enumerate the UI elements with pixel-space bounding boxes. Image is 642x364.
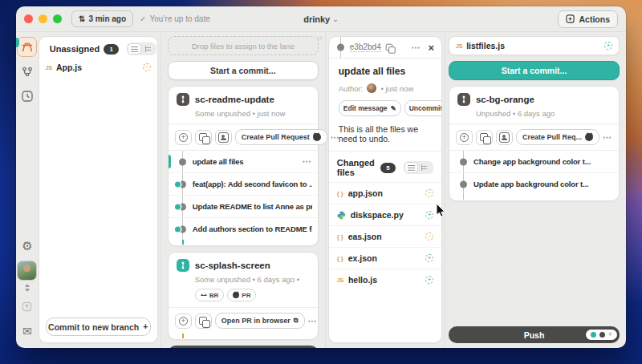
file-row[interactable]: diskspace.py + (329, 204, 441, 225)
js-file-icon: JS (337, 277, 343, 283)
tree-icon (421, 164, 429, 171)
close-icon[interactable]: × (428, 42, 434, 54)
lane-pagination[interactable]: + (586, 330, 617, 340)
branch-meta: Unpushed • 6 days ago (476, 109, 611, 118)
project-name: drinky (303, 14, 330, 24)
file-row[interactable]: { } eas.json ~ (329, 225, 441, 247)
mail-button[interactable]: ✉ (18, 322, 36, 340)
create-pr-button[interactable]: Create Pull Request (235, 129, 327, 145)
add-lane-icon[interactable]: + (608, 332, 612, 338)
branch-menu-button[interactable]: ⋯ (603, 132, 612, 143)
file-row[interactable]: { } app.json ~ (329, 182, 441, 204)
lane-dot[interactable] (599, 332, 605, 338)
edit-message-button[interactable]: Edit message ✎ (339, 100, 401, 116)
sync-button[interactable]: ⇅ 3 min ago (71, 10, 133, 27)
share-icon (22, 301, 32, 312)
copy-icon (199, 317, 207, 325)
commit-message: update all files (193, 157, 299, 166)
copy-icon (199, 133, 207, 141)
unassigned-title: Unassigned (50, 44, 100, 54)
branch-menu-button[interactable]: ⋯ (331, 132, 340, 143)
branch-icon (177, 93, 189, 106)
uncommit-button[interactable]: Uncommit ↶ (404, 100, 442, 116)
workbench-icon (22, 42, 33, 52)
commit-row[interactable]: Add authors section to README file (169, 217, 318, 240)
list-view-button[interactable] (404, 162, 418, 173)
python-file-icon (337, 211, 346, 220)
lane-dropzone[interactable]: Drop files to assign to the lane (168, 36, 319, 55)
add-commit-button[interactable] (175, 313, 192, 329)
commit-row[interactable]: Change app background color t... (449, 151, 619, 172)
tree-view-button[interactable] (419, 162, 433, 173)
file-row[interactable]: { } ex.json + (329, 247, 441, 269)
pull-request-badge[interactable]: PR (227, 289, 256, 301)
commit-author-row: Author: • just now (339, 83, 432, 93)
file-name: diskspace.py (351, 210, 421, 220)
branch-header[interactable]: sc-splash-screen Some unpushed • 6 days … (169, 253, 318, 307)
copy-branch-button[interactable] (476, 130, 493, 145)
assigned-file-row[interactable]: JS listfiles.js + (449, 36, 620, 55)
zoom-window-button[interactable] (53, 14, 62, 23)
profile-switcher[interactable] (25, 284, 30, 292)
commit-detail-panel: e3b2bd4 ⋯ × update all files Author: • j… (328, 36, 442, 343)
minimize-window-button[interactable] (39, 14, 47, 23)
copy-sha-button[interactable] (385, 44, 392, 51)
tree-view-button[interactable] (142, 43, 156, 55)
chevron-up-icon (25, 284, 30, 287)
start-commit-button[interactable]: Start a commit... (449, 61, 620, 80)
commit-menu-button[interactable]: ⋯ (411, 42, 421, 53)
uncommit-label: Uncommit (409, 104, 442, 112)
share-feedback-button[interactable] (18, 297, 36, 316)
file-name: ex.json (348, 253, 421, 263)
clock-icon (22, 91, 33, 102)
commit-menu-button[interactable]: ⋯ (303, 156, 312, 167)
commit-row[interactable]: Update app background color t... (449, 172, 619, 195)
branch-header[interactable]: sc-readme-update Some unpushed • just no… (169, 87, 318, 123)
lane-drag-handle[interactable] (317, 36, 323, 40)
project-switcher[interactable]: drinky ⌄ (303, 6, 339, 31)
force-push-button[interactable]: Force push (168, 346, 319, 348)
github-icon (585, 133, 593, 141)
branch-review-badge[interactable]: BR (195, 289, 225, 301)
graph-tail (169, 334, 318, 339)
branch-header[interactable]: sc-bg-orange Unpushed • 6 days ago (449, 87, 619, 123)
list-view-button[interactable] (128, 43, 141, 55)
settings-button[interactable]: ⚙ (18, 237, 36, 255)
create-pr-button[interactable]: Create Pull Req... (516, 129, 599, 145)
open-pr-button[interactable]: Open PR in browser ⧉ (215, 313, 305, 329)
close-window-button[interactable] (24, 14, 33, 23)
add-commit-button[interactable] (456, 130, 473, 145)
add-commit-button[interactable] (175, 130, 192, 145)
commit-message: feat(app): Add second favicon to ... (193, 180, 312, 188)
branches-tab[interactable] (18, 63, 36, 81)
file-row[interactable]: JS hello.js + (329, 269, 441, 290)
commit-row[interactable]: feat(app): Add second favicon to ... (169, 172, 318, 195)
commit-dot (460, 158, 467, 165)
modified-status-icon: ~ (425, 189, 433, 197)
added-status-icon: + (425, 276, 433, 284)
copy-branch-button[interactable] (195, 313, 212, 329)
start-commit-button[interactable]: Start a commit... (168, 61, 319, 80)
lane-dot-active[interactable] (591, 332, 596, 338)
json-file-icon: { } (337, 233, 343, 241)
github-icon (233, 292, 239, 298)
branch-menu-button[interactable]: ⋯ (308, 316, 318, 326)
butler-review-icon (201, 293, 207, 298)
commit-row[interactable]: update all files ⋯ (169, 151, 318, 172)
copy-branch-button[interactable] (195, 130, 212, 145)
commit-sha-link[interactable]: e3b2bd4 (350, 42, 381, 52)
commit-to-new-branch-button[interactable]: Commit to new branch + (46, 317, 151, 336)
branch-card-sc-splash-screen: sc-splash-screen Some unpushed • 6 days … (168, 252, 319, 340)
commit-row[interactable]: Update README to list Anne as pr... (169, 195, 318, 217)
history-tab[interactable] (18, 87, 36, 105)
unassigned-file-row[interactable]: JS App.js ~ (39, 59, 157, 75)
actions-button[interactable]: Actions (558, 10, 618, 28)
assign-reviewer-button[interactable] (496, 130, 513, 145)
user-avatar[interactable] (17, 261, 37, 281)
workspace-tab[interactable] (17, 37, 37, 57)
changed-files-header: Changed files 5 (329, 152, 441, 182)
commit-action-buttons: Edit message ✎ Uncommit ↶ Edit commit (339, 100, 432, 116)
mail-icon: ✉ (22, 326, 32, 337)
assign-reviewer-button[interactable] (215, 130, 232, 145)
plus-icon: + (143, 322, 148, 331)
